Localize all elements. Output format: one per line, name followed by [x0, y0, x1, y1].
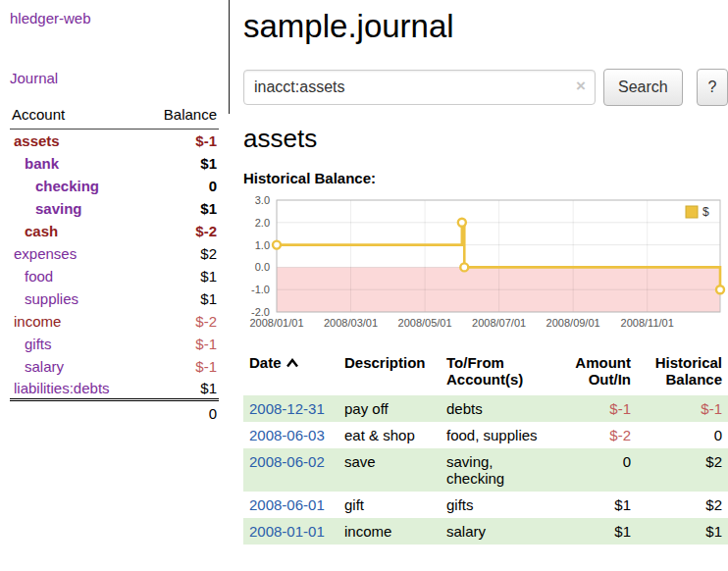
account-heading: assets [243, 124, 728, 154]
main-content: sample.journal × Search ? assets Histori… [243, 0, 728, 545]
account-link[interactable]: gifts [25, 336, 52, 352]
transaction-accounts: gifts [441, 492, 550, 518]
account-balance: $-1 [143, 333, 219, 355]
register-row: 2008-06-03eat & shopfood, supplies$-20 [243, 422, 728, 448]
account-row: expenses$2 [10, 242, 219, 265]
balance-chart: 3.02.01.00.0-1.0-2.02008/01/012008/03/01… [243, 192, 728, 336]
account-balance: $1 [143, 152, 219, 175]
search-button[interactable]: Search [603, 69, 683, 106]
account-balance: 0 [143, 175, 219, 197]
transaction-date-link[interactable]: 2008-06-03 [249, 427, 325, 443]
svg-text:2.0: 2.0 [255, 217, 270, 229]
account-balance: $-1 [143, 130, 219, 152]
accounts-header-balance: Balance [143, 102, 219, 130]
svg-text:2008/11/01: 2008/11/01 [621, 317, 674, 329]
svg-text:2008/09/01: 2008/09/01 [546, 317, 600, 329]
transaction-balance: 0 [637, 422, 728, 448]
transaction-amount: $1 [550, 492, 637, 518]
register-row: 2008-01-01incomesalary$1$1 [243, 518, 728, 545]
transaction-description: income [338, 518, 441, 545]
account-row: income$-2 [10, 310, 219, 333]
svg-text:$: $ [702, 205, 709, 219]
sidebar-divider [229, 0, 230, 114]
account-link[interactable]: salary [25, 358, 64, 375]
accounts-total: 0 [143, 400, 219, 427]
account-link[interactable]: assets [14, 132, 60, 149]
chart-heading: Historical Balance: [243, 170, 728, 186]
account-link[interactable]: bank [25, 155, 59, 172]
transaction-amount: $1 [550, 518, 637, 545]
account-link[interactable]: cash [25, 223, 58, 239]
account-row: gifts$-1 [10, 333, 219, 355]
page-title: sample.journal [243, 8, 728, 45]
account-link[interactable]: expenses [14, 245, 77, 262]
register-row: 2008-12-31pay offdebts$-1$-1 [243, 395, 728, 422]
account-row: assets$-1 [10, 130, 219, 152]
help-button[interactable]: ? [697, 69, 728, 106]
account-row: liabilities:debts$1 [10, 378, 219, 400]
register-row: 2008-06-02savesaving, checking0$2 [243, 448, 728, 492]
transaction-description: pay off [338, 395, 441, 422]
transaction-date-link[interactable]: 2008-06-02 [249, 453, 325, 470]
transaction-description: gift [338, 492, 441, 518]
journal-link[interactable]: Journal [10, 70, 219, 86]
account-link[interactable]: income [14, 313, 61, 330]
sidebar: hledger-web Journal Account Balance asse… [0, 0, 229, 426]
account-link[interactable]: food [25, 268, 53, 285]
transaction-accounts: salary [441, 518, 550, 545]
account-balance: $1 [143, 287, 219, 310]
account-row: food$1 [10, 265, 219, 287]
search-input[interactable] [243, 70, 596, 105]
account-balance: $1 [143, 197, 219, 220]
svg-text:0.0: 0.0 [255, 261, 270, 273]
sort-ascending-icon [286, 358, 299, 368]
app-title-link[interactable]: hledger-web [10, 10, 219, 26]
transaction-balance: $2 [637, 492, 728, 518]
transaction-date-link[interactable]: 2008-12-31 [249, 400, 325, 417]
accounts-header-row: Account Balance [10, 102, 219, 130]
svg-text:1.0: 1.0 [255, 239, 270, 251]
transaction-date-link[interactable]: 2008-01-01 [249, 523, 325, 540]
clear-search-icon[interactable]: × [576, 77, 586, 96]
transaction-date-link[interactable]: 2008-06-01 [249, 496, 325, 513]
account-row: checking0 [10, 175, 219, 197]
account-link[interactable]: supplies [25, 290, 78, 307]
account-link[interactable]: checking [35, 178, 99, 194]
transaction-balance: $1 [637, 518, 728, 545]
account-row: bank$1 [10, 152, 219, 175]
account-balance: $-2 [143, 220, 219, 242]
transaction-amount: $-1 [550, 395, 637, 422]
account-row: saving$1 [10, 197, 219, 220]
svg-text:2008/03/01: 2008/03/01 [324, 317, 378, 329]
transaction-description: save [338, 448, 441, 492]
account-balance: $-1 [143, 355, 219, 378]
search-box: × [243, 70, 596, 105]
svg-text:2008/07/01: 2008/07/01 [472, 317, 526, 329]
search-row: × Search ? [243, 69, 728, 106]
account-link[interactable]: saving [35, 200, 82, 217]
register-header-row: Date Description To/From Account(s) Amou… [243, 352, 728, 395]
register-header-date[interactable]: Date [243, 352, 338, 395]
register-header-balance: Historical Balance [637, 352, 728, 395]
account-link[interactable]: liabilities:debts [14, 380, 110, 396]
svg-text:-1.0: -1.0 [251, 284, 270, 295]
account-balance: $1 [143, 265, 219, 287]
accounts-table-body: assets$-1bank$1checking0saving$1cash$-2e… [10, 130, 219, 400]
register-row: 2008-06-01giftgifts$1$2 [243, 492, 728, 518]
register-header-description: Description [338, 352, 441, 395]
account-row: salary$-1 [10, 355, 219, 378]
svg-text:2008/05/01: 2008/05/01 [398, 317, 452, 329]
register-header-amount: Amount Out/In [550, 352, 637, 395]
accounts-total-row: 0 [10, 400, 219, 427]
register-table: Date Description To/From Account(s) Amou… [243, 352, 728, 545]
svg-text:3.0: 3.0 [255, 194, 270, 206]
transaction-description: eat & shop [338, 422, 441, 448]
svg-text:2008/01/01: 2008/01/01 [249, 317, 303, 329]
account-row: supplies$1 [10, 287, 219, 310]
account-balance: $2 [143, 242, 219, 265]
account-balance: $-2 [143, 310, 219, 333]
transaction-balance: $2 [637, 448, 728, 492]
transaction-balance: $-1 [637, 395, 728, 422]
register-table-body: 2008-12-31pay offdebts$-1$-12008-06-03ea… [243, 395, 728, 545]
transaction-amount: $-2 [550, 422, 637, 448]
